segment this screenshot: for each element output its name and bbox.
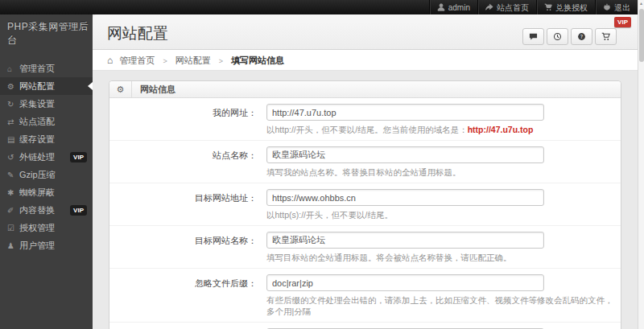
vip-badge: VIP — [70, 152, 87, 162]
top-navbar: admin 站点首页 兑换授权 退出 — [0, 0, 638, 14]
link-refresh-icon: ↺ — [7, 149, 19, 167]
gear-icon: ⚙ — [109, 81, 132, 98]
sidebar-item-site-config[interactable]: ⚙网站配置 — [0, 77, 93, 95]
sidebar-item-label: 蜘蛛屏蔽 — [19, 187, 55, 197]
target-url-input[interactable] — [266, 189, 544, 206]
sidebar-item-user-manage[interactable]: ♟用户管理 — [0, 236, 93, 254]
current-domain-link[interactable]: http://47.u7u.top — [468, 125, 534, 134]
topbar-site-home-label: 站点首页 — [497, 1, 529, 14]
page-header: 网站配置 VIP ? — [93, 14, 638, 50]
ignore-ext-input[interactable] — [266, 274, 544, 291]
sidebar-item-label: 缓存设置 — [19, 134, 55, 144]
cart-icon — [544, 3, 552, 11]
topbar-exchange-auth[interactable]: 兑换授权 — [536, 0, 595, 14]
sidebar-item-spider-block[interactable]: ✱蜘蛛屏蔽 — [0, 183, 93, 201]
my-url-input[interactable] — [266, 104, 544, 121]
main: ⚙ 网站信息 我的网址： 以http://开头，但不要以/结尾。您当前使用的域名… — [93, 71, 638, 329]
sidebar-item-admin-home[interactable]: ⌂管理首页 — [0, 60, 93, 77]
user-icon: ♟ — [7, 237, 19, 255]
breadcrumb: ⌂ 管理首页 > 网站配置 > 填写网站信息 — [93, 50, 638, 71]
cart-icon — [601, 32, 610, 41]
header-actions: VIP ? — [522, 28, 617, 45]
comment-button[interactable] — [522, 28, 544, 45]
vip-badge: VIP — [70, 205, 87, 216]
field-label: 目标网站名称： — [109, 232, 266, 264]
field-label: 忽略文件后缀： — [109, 274, 266, 318]
topbar-user-label: admin — [448, 1, 470, 14]
sidebar-item-label: 外链处理 — [19, 152, 55, 162]
sidebar-item-collect-settings[interactable]: ↻采集设置 — [0, 95, 93, 113]
panel-header: ⚙ 网站信息 — [109, 81, 621, 98]
sidebar-menu: ⌂管理首页 ⚙网站配置 ↻采集设置 ⇄站点适配 ▤缓存设置 ↺外链处理 VIP … — [0, 60, 93, 254]
topbar-logout[interactable]: 退出 — [595, 0, 638, 14]
breadcrumb-separator: > — [219, 57, 223, 65]
field-help: 有些后缀的文件处理会出错的，请添加上去，比如压缩文件、视频文件等修改会乱码的文件… — [266, 295, 621, 318]
svg-text:?: ? — [580, 34, 583, 40]
field-help: 以http(s)://开头，但不要以/结尾。 — [266, 210, 621, 221]
form-row-target-name: 目标网站名称： 填写目标站的全站通用标题。将会被站点名称替换，请匹配正确。 — [109, 226, 621, 269]
sidebar-item-auth-manage[interactable]: ☑授权管理 — [0, 219, 93, 236]
power-icon — [603, 3, 611, 11]
home-icon: ⌂ — [107, 55, 113, 66]
target-name-input[interactable] — [266, 232, 544, 249]
site-info-panel: ⚙ 网站信息 我的网址： 以http://开头，但不要以/结尾。您当前使用的域名… — [109, 80, 621, 329]
help-button[interactable]: ? — [571, 28, 592, 45]
breadcrumb-admin-home[interactable]: 管理首页 — [119, 56, 155, 65]
help-text: 以http://开头，但不要以/结尾。您当前使用的域名是： — [266, 125, 468, 134]
clock-icon — [553, 32, 562, 41]
field-help: 以http://开头，但不要以/结尾。您当前使用的域名是：http://47.u… — [266, 125, 621, 136]
shuffle-icon: ⇄ — [7, 113, 19, 131]
user-icon — [437, 3, 445, 11]
form-row-target-url: 目标网站地址： 以http(s)://开头，但不要以/结尾。 — [109, 183, 621, 226]
field-label: 目标网站地址： — [109, 189, 266, 221]
scrollbar-thumb[interactable] — [639, 9, 644, 62]
form-row-ignore-ext: 忽略文件后缀： 有些后缀的文件处理会出错的，请添加上去，比如压缩文件、视频文件等… — [109, 269, 621, 323]
sidebar-item-label: 内容替换 — [19, 205, 55, 215]
form-row-site-name: 站点名称： 填写我的站点名称。将替换目标站的全站通用标题。 — [109, 141, 621, 183]
arrow-icon — [485, 3, 493, 11]
sidebar-item-content-replace[interactable]: ✐内容替换 VIP — [0, 201, 93, 219]
sidebar-item-label: 站点适配 — [19, 117, 55, 126]
topbar-user[interactable]: admin — [429, 0, 477, 14]
form-row-redirect: 访问跳转： 可为主站引流，填写可访问的网址，留空则为不跳转。蜘蛛可正常抓取，只有… — [109, 323, 621, 329]
folder-icon: ▤ — [7, 131, 19, 149]
topbar-site-home[interactable]: 站点首页 — [477, 0, 536, 14]
topbar-logout-label: 退出 — [614, 1, 630, 14]
sidebar-item-label: 管理首页 — [19, 64, 55, 73]
topbar-nav: admin 站点首页 兑换授权 退出 — [429, 0, 638, 14]
sidebar-item-gzip[interactable]: ✎Gzip压缩 — [0, 166, 93, 183]
field-help: 填写我的站点名称。将替换目标站的全站通用标题。 — [266, 167, 621, 179]
sidebar-item-external-links[interactable]: ↺外链处理 VIP — [0, 148, 93, 166]
sidebar-item-label: 网站配置 — [19, 81, 55, 91]
breadcrumb-separator: > — [163, 57, 167, 65]
app-logo: PHP采集网管理后台 — [0, 14, 93, 52]
vertical-scrollbar[interactable]: ▲ — [638, 0, 644, 329]
panel-title: 网站信息 — [132, 84, 175, 96]
spider-icon: ✱ — [7, 184, 19, 202]
history-button[interactable] — [547, 28, 568, 45]
sidebar: PHP采集网管理后台 ⌂管理首页 ⚙网站配置 ↻采集设置 ⇄站点适配 ▤缓存设置… — [0, 14, 93, 329]
question-icon: ? — [577, 32, 586, 41]
site-name-input[interactable] — [266, 146, 544, 163]
pencil-icon: ✎ — [7, 167, 19, 184]
edit-icon: ✐ — [7, 202, 19, 220]
content-area: 网站配置 VIP ? ⌂ 管理首页 > 网站配置 > 填写网站信息 ⚙ — [93, 14, 638, 329]
comment-icon — [529, 32, 538, 41]
cart-button[interactable] — [595, 28, 617, 45]
gear-icon: ⚙ — [7, 78, 19, 96]
sidebar-item-cache-settings[interactable]: ▤缓存设置 — [0, 130, 93, 148]
sidebar-item-label: 采集设置 — [19, 99, 55, 109]
scroll-up-arrow-icon[interactable]: ▲ — [638, 0, 644, 7]
vip-badge: VIP — [614, 17, 631, 27]
sidebar-item-site-adapt[interactable]: ⇄站点适配 — [0, 113, 93, 130]
check-box-icon: ☑ — [7, 220, 19, 237]
home-icon: ⌂ — [7, 60, 19, 78]
sidebar-item-label: Gzip压缩 — [19, 170, 56, 179]
breadcrumb-current: 填写网站信息 — [231, 56, 284, 65]
field-label: 站点名称： — [109, 146, 266, 179]
sidebar-item-label: 授权管理 — [19, 223, 55, 232]
form-row-my-url: 我的网址： 以http://开头，但不要以/结尾。您当前使用的域名是：http:… — [109, 98, 621, 141]
topbar-exchange-auth-label: 兑换授权 — [555, 1, 588, 14]
sidebar-item-label: 用户管理 — [19, 241, 55, 250]
breadcrumb-site-config[interactable]: 网站配置 — [175, 56, 211, 65]
